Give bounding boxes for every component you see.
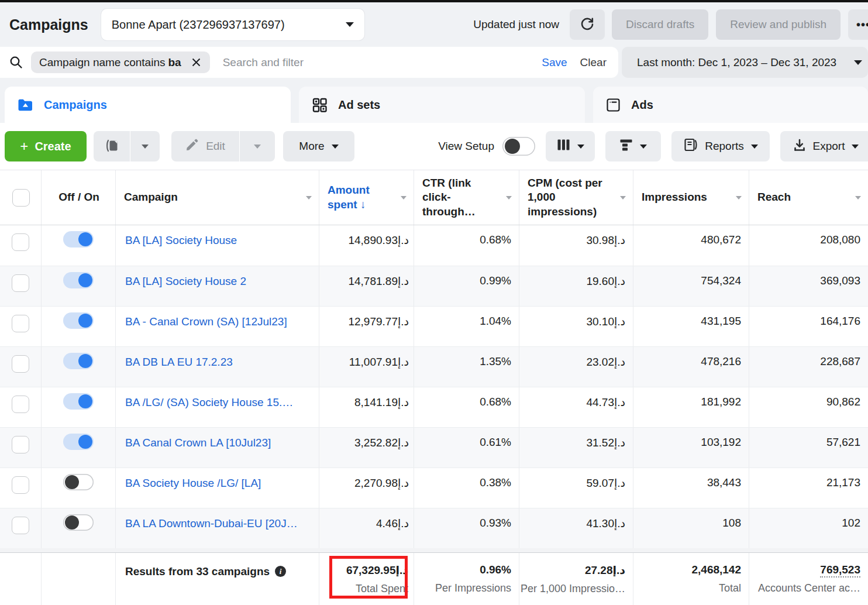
column-header-cpm[interactable]: CPM (cost per 1,000 impressions) (519, 170, 633, 225)
reports-button[interactable]: Reports (671, 131, 770, 161)
toggle-knob (78, 354, 92, 368)
cpm-cell: 19.60د.إ (519, 266, 633, 306)
filter-chip[interactable]: Campaign name contains ba (31, 51, 210, 73)
view-setup-group: View Setup (438, 137, 535, 156)
column-header-impressions[interactable]: Impressions (633, 170, 749, 225)
table-header: Off / On Campaign Amount spent ↓ CTR (li… (0, 170, 868, 225)
refresh-button[interactable] (570, 9, 605, 40)
edit-button[interactable]: Edit (171, 131, 239, 161)
row-checkbox[interactable] (12, 517, 29, 534)
column-header-amount-spent[interactable]: Amount spent ↓ (319, 170, 414, 225)
row-checkbox[interactable] (12, 274, 29, 292)
chevron-down-icon (852, 145, 859, 149)
amount-spent-cell: 12,979.77د.إ (319, 307, 414, 346)
duplicate-dropdown-button[interactable] (130, 131, 160, 161)
toggle-knob (65, 475, 79, 489)
amount-spent-cell: 4.46د.إ (319, 508, 414, 548)
campaign-link[interactable]: BA DB LA EU 17.2.23 (125, 356, 233, 368)
row-select-cell (0, 508, 41, 548)
row-checkbox[interactable] (12, 396, 29, 413)
chevron-down-icon (332, 145, 339, 149)
campaign-link[interactable]: BA [LA] Society House (125, 234, 237, 246)
amount-spent-cell: 14,781.89د.إ (319, 266, 414, 306)
discard-drafts-button[interactable]: Discard drafts (612, 9, 708, 40)
breakdown-icon (619, 139, 633, 154)
campaign-toggle[interactable] (63, 353, 94, 369)
clear-filter-link[interactable]: Clear (580, 56, 607, 69)
footer-empty-cell (41, 553, 115, 605)
table-row: BA Society House /LG/ [LA] 2,270.98د.إ 0… (0, 468, 868, 508)
campaign-link[interactable]: BA LA Downtown-Dubai-EU [20J… (125, 517, 298, 530)
info-icon[interactable]: i (275, 566, 286, 577)
export-button[interactable]: Export (780, 131, 868, 161)
impressions-total-value: 2,468,142 (633, 563, 749, 576)
review-publish-button[interactable]: Review and publish (716, 9, 841, 40)
tab-campaigns[interactable]: Campaigns (5, 87, 291, 123)
tab-ads[interactable]: Ads (593, 87, 868, 123)
toggle-knob (78, 232, 92, 246)
create-button[interactable]: + Create (5, 131, 87, 161)
columns-button[interactable] (546, 131, 595, 161)
campaign-link[interactable]: BA [LA] Society House 2 (125, 275, 246, 287)
create-button-label: Create (35, 140, 71, 153)
duplicate-button[interactable] (94, 131, 130, 161)
refresh-icon (580, 16, 595, 33)
tab-ads-label: Ads (631, 98, 653, 112)
edit-dropdown-button[interactable] (240, 131, 275, 161)
row-toggle-cell (41, 508, 115, 548)
campaign-link[interactable]: BA - Canal Crown (SA) [12Jul23] (125, 315, 287, 328)
reports-icon (683, 138, 698, 156)
amount-spent-cell: 3,252.82د.إ (319, 428, 414, 468)
remove-filter-icon[interactable] (191, 57, 202, 68)
row-checkbox[interactable] (12, 476, 29, 494)
row-checkbox[interactable] (12, 233, 29, 251)
reach-total-value[interactable]: 769,523 (820, 563, 860, 578)
reports-button-label: Reports (705, 140, 744, 153)
campaign-name-cell: BA LA Downtown-Dubai-EU [20J… (115, 508, 319, 548)
ctr-cell: 0.61% (414, 428, 519, 468)
row-toggle-cell (41, 266, 115, 306)
table-row: BA DB LA EU 17.2.23 11,007.91د.إ 1.35% 2… (0, 346, 868, 387)
campaign-toggle[interactable] (63, 393, 94, 410)
chevron-down-icon (254, 145, 261, 149)
search-input[interactable]: Search and filter (223, 56, 304, 69)
row-checkbox[interactable] (12, 315, 29, 332)
impressions-cell: 38,443 (633, 468, 749, 508)
breakdown-button[interactable] (605, 131, 661, 161)
select-all-checkbox[interactable] (12, 189, 30, 207)
ad-account-selector[interactable]: Bonne Apart (237296937137697) (101, 9, 364, 40)
date-range-selector[interactable]: Last month: Dec 1, 2023 – Dec 31, 2023 (622, 47, 868, 78)
column-header-ctr[interactable]: CTR (link click-through… (414, 170, 519, 225)
campaign-link[interactable]: BA Canal Crown LA [10Jul23] (125, 436, 271, 449)
row-checkbox[interactable] (12, 355, 29, 373)
toggle-knob (65, 515, 79, 530)
tab-ad-sets-label: Ad sets (338, 98, 380, 112)
row-select-cell (0, 225, 41, 266)
chevron-down-icon (577, 145, 584, 149)
campaign-link[interactable]: BA /LG/ (SA) Society House 15.… (125, 396, 293, 408)
view-setup-toggle[interactable] (502, 137, 535, 156)
ctr-cell: 1.35% (414, 347, 519, 387)
columns-icon (557, 139, 570, 154)
column-header-campaign[interactable]: Campaign (115, 170, 319, 225)
toggle-knob (78, 273, 92, 287)
tab-ad-sets[interactable]: Ad sets (299, 87, 585, 123)
total-spent-label: Total Spent (319, 583, 414, 595)
campaign-toggle[interactable] (63, 474, 94, 490)
results-summary-label: Results from 33 campaigns (125, 565, 270, 578)
campaign-toggle[interactable] (63, 312, 94, 329)
save-filter-link[interactable]: Save (542, 56, 567, 69)
campaign-toggle[interactable] (63, 514, 94, 531)
campaign-toggle[interactable] (63, 231, 94, 248)
chevron-down-icon (640, 145, 647, 149)
campaign-toggle[interactable] (63, 272, 94, 288)
cpm-cell: 59.07د.إ (519, 468, 633, 508)
row-checkbox[interactable] (12, 436, 29, 453)
column-label: Reach (757, 190, 791, 204)
campaign-link[interactable]: BA Society House /LG/ [LA] (125, 477, 261, 489)
campaign-toggle[interactable] (63, 434, 94, 450)
column-label: Off / On (58, 190, 99, 204)
more-options-button[interactable]: ••• (848, 9, 868, 40)
more-actions-button[interactable]: More (283, 131, 354, 161)
column-header-reach[interactable]: Reach (749, 170, 868, 225)
